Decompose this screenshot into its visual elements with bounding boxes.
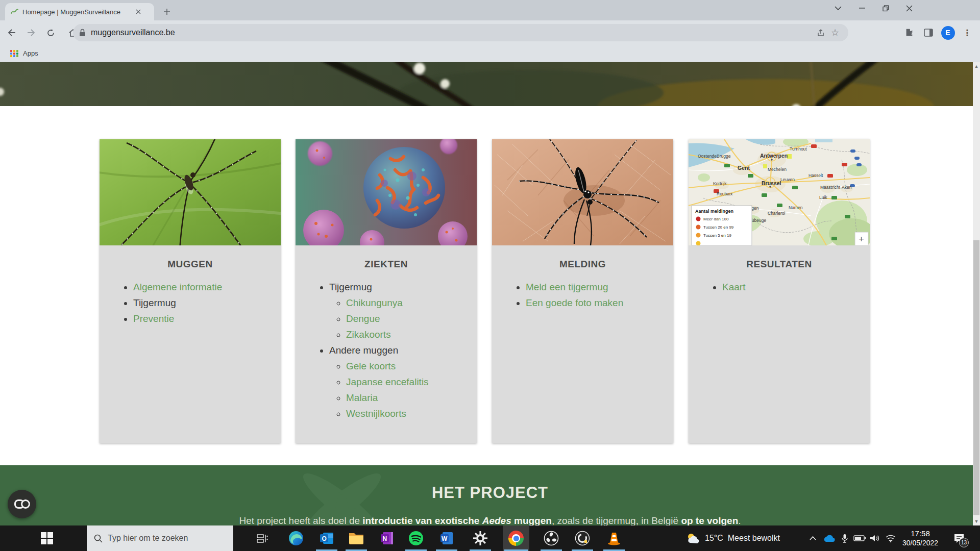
url-text: muggensurveillance.be [91, 28, 814, 37]
scrollbar-thumb[interactable] [973, 240, 979, 515]
link-kaart[interactable]: Kaart [722, 282, 745, 292]
tray-clock[interactable]: 17:58 30/05/2022 [898, 525, 942, 551]
bookmark-apps[interactable]: Apps [10, 49, 38, 57]
map-city: Turnhout [790, 146, 807, 152]
side-panel-icon[interactable] [921, 25, 936, 40]
taskbar-app-outlook[interactable]: O [314, 525, 339, 551]
link-zikakoorts[interactable]: Zikakoorts [346, 329, 391, 340]
weather-cloud-icon [686, 533, 700, 544]
tray-microphone[interactable] [838, 525, 852, 551]
edge-icon [288, 531, 304, 546]
microphone-icon [841, 534, 848, 543]
project-title: HET PROJECT [0, 484, 980, 502]
windows-logo-icon [41, 532, 53, 544]
tray-chevron-up[interactable] [805, 525, 820, 551]
tab-close-icon[interactable] [134, 7, 143, 16]
link-malaria[interactable]: Malaria [346, 392, 378, 403]
taskbar-search-input[interactable]: Typ hier om te zoeken [87, 525, 233, 551]
map-city: Mechelen [768, 167, 787, 172]
site-favicon-icon [10, 8, 18, 16]
search-icon [94, 534, 103, 543]
onenote-icon: N [380, 531, 394, 545]
extensions-icon[interactable] [901, 25, 917, 40]
project-section: HET PROJECT Het project heeft als doel d… [0, 465, 980, 525]
link-chikungunya[interactable]: Chikungunya [346, 297, 403, 308]
link-japanse-encefalitis[interactable]: Japanse encefalitis [346, 377, 429, 387]
taskbar-app-spotify[interactable] [404, 525, 428, 551]
taskbar-app-vlc[interactable] [602, 525, 626, 551]
chevron-up-icon [810, 536, 816, 540]
obs-studio-icon [544, 531, 559, 546]
map-city: Maastricht [820, 185, 841, 190]
page-viewport: MUGGEN Algemene informatie Tijgermug Pre… [0, 62, 980, 525]
card-title: RESULTATEN [689, 259, 870, 270]
bookmarks-bar: Apps [0, 45, 980, 62]
address-bar[interactable]: muggensurveillance.be ☆ [73, 24, 848, 41]
wifi-icon [886, 535, 896, 542]
taskbar-app-onenote[interactable]: N [375, 525, 399, 551]
taskbar-app-obs-studio[interactable] [539, 525, 564, 551]
back-button[interactable] [4, 25, 19, 40]
action-center-button[interactable]: 13 [945, 525, 973, 551]
bookmark-star-icon[interactable]: ☆ [828, 26, 842, 40]
link-een-goede-foto-maken[interactable]: Een goede foto maken [526, 297, 623, 308]
scroll-up-arrow-icon[interactable]: ▲ [973, 62, 980, 70]
task-view-button[interactable] [251, 525, 274, 551]
group-tijgermug: Tijgermug [329, 282, 372, 292]
taskbar-app-edge[interactable] [284, 525, 308, 551]
svg-text:O: O [322, 535, 327, 542]
speaker-icon [870, 534, 880, 542]
link-westnijlkoorts[interactable]: Westnijlkoorts [346, 408, 406, 419]
scroll-down-arrow-icon[interactable]: ▼ [973, 517, 980, 525]
windows-taskbar: Typ hier om te zoeken O [0, 525, 980, 551]
window-close-button[interactable] [899, 0, 919, 16]
link-algemene-informatie[interactable]: Algemene informatie [133, 282, 222, 292]
map-city: Charleroi [768, 211, 786, 216]
taskbar-app-chrome[interactable] [503, 525, 529, 551]
window-minimize-button[interactable] [853, 0, 871, 16]
tray-battery[interactable] [851, 525, 868, 551]
link-gele-koorts[interactable]: Gele koorts [346, 361, 396, 371]
tray-wifi[interactable] [883, 525, 898, 551]
card-link-list: Kaart [689, 282, 870, 292]
link-preventie[interactable]: Preventie [133, 313, 174, 324]
toolbar-actions: E ⋮ [897, 20, 980, 45]
start-button[interactable] [24, 525, 69, 551]
card-image-tiger-mosquito-on-skin [492, 139, 673, 245]
page-scrollbar[interactable]: ▲ ▼ [973, 62, 980, 525]
taskbar-app-file-explorer[interactable] [344, 525, 369, 551]
share-icon[interactable] [814, 26, 828, 40]
hero-banner-image [0, 62, 980, 106]
profile-avatar[interactable]: E [940, 25, 955, 40]
browser-tab[interactable]: Homepage | MuggenSurveillance [5, 3, 154, 20]
tray-onedrive[interactable] [821, 525, 837, 551]
lock-icon [79, 29, 86, 37]
accessibility-widget-button[interactable] [8, 490, 36, 518]
tray-volume[interactable] [867, 525, 883, 551]
taskbar-app-screen-capture[interactable] [570, 525, 595, 551]
map-city: Hasselt [808, 173, 823, 178]
link-meld-een-tijgermug[interactable]: Meld een tijgermug [526, 282, 608, 292]
card-muggen: MUGGEN Algemene informatie Tijgermug Pre… [100, 139, 281, 443]
map-zoom-in-button: + [855, 232, 868, 245]
link-dengue[interactable]: Dengue [346, 313, 380, 324]
spotify-icon [408, 531, 424, 546]
new-tab-button[interactable] [160, 5, 174, 18]
taskbar-app-settings[interactable] [468, 525, 493, 551]
screen-capture-icon [575, 531, 590, 546]
forward-button[interactable] [23, 25, 39, 40]
browser-menu-icon[interactable]: ⋮ [960, 25, 975, 40]
legend-item: Tussen 20 en 99 [703, 225, 734, 230]
tab-search-chevron-icon[interactable] [831, 0, 845, 16]
taskbar-app-word[interactable]: W [434, 525, 459, 551]
weather-desc: Meest bewolkt [728, 534, 780, 543]
reload-button[interactable] [43, 25, 58, 40]
card-melding: MELDING Meld een tijgermug Een goede fot… [492, 139, 673, 443]
taskbar-weather-widget[interactable]: 15°C Meest bewolkt [686, 525, 780, 551]
card-title: MUGGEN [100, 259, 281, 270]
browser-titlebar: Homepage | MuggenSurveillance [0, 0, 980, 20]
card-ziekten: ZIEKTEN Tijgermug Chikungunya Dengue Zik… [296, 139, 477, 443]
nav-cards: MUGGEN Algemene informatie Tijgermug Pre… [0, 139, 980, 443]
map-city-brussel: Brussel [762, 180, 781, 186]
window-restore-button[interactable] [877, 0, 894, 16]
